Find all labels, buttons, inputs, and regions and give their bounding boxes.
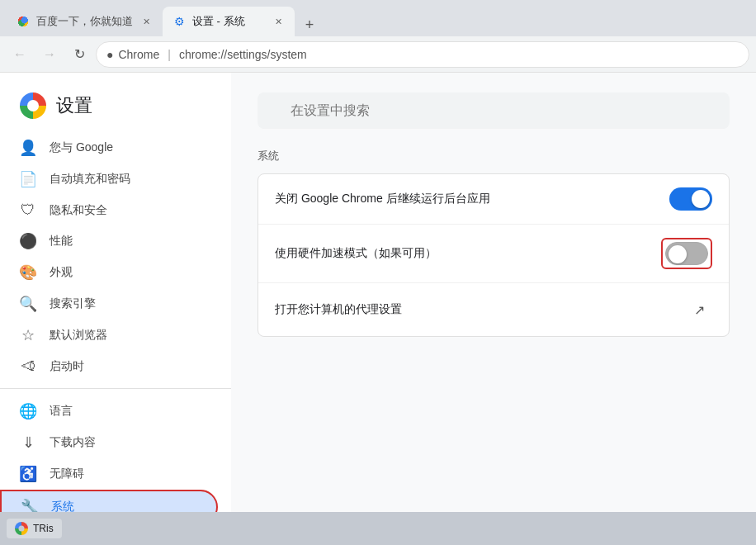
power-icon: ⏿ <box>20 358 36 375</box>
forward-button[interactable]: → <box>36 41 63 68</box>
hardware-toggle[interactable] <box>665 242 708 265</box>
baidu-favicon <box>17 15 30 28</box>
autofill-icon: 📄 <box>20 170 36 188</box>
sidebar-label-appearance: 外观 <box>50 265 73 280</box>
sidebar-item-downloads[interactable]: ⇓ 下载内容 <box>0 427 218 458</box>
tab-baidu-label: 百度一下，你就知道 <box>36 14 133 29</box>
taskbar-chrome-logo <box>15 522 28 535</box>
brush-icon: 🎨 <box>20 263 36 282</box>
hardware-label: 使用硬件加速模式（如果可用） <box>275 246 437 261</box>
refresh-button[interactable]: ↻ <box>66 41 92 68</box>
hardware-toggle-thumb <box>669 245 687 263</box>
sidebar-item-autofill[interactable]: 📄 自动填充和密码 <box>0 164 218 195</box>
settings-header: 设置 <box>0 86 231 132</box>
sidebar-label-privacy: 隐私和安全 <box>50 203 107 218</box>
sidebar-item-accessibility[interactable]: ♿ 无障碍 <box>0 458 218 490</box>
settings-card: 关闭 Google Chrome 后继续运行后台应用 使用硬件加速模式（如果可用… <box>258 173 730 337</box>
sidebar-item-language[interactable]: 🌐 语言 <box>0 396 218 427</box>
sidebar-label-downloads: 下载内容 <box>50 435 96 450</box>
section-title: 系统 <box>258 149 730 164</box>
browser-frame: 百度一下，你就知道 ✕ ⚙ 设置 - 系统 ✕ + ← → ↻ ● Chrome… <box>0 0 756 545</box>
hardware-toggle-wrapper <box>661 238 712 269</box>
person-icon: 👤 <box>20 139 36 157</box>
tab-baidu-close[interactable]: ✕ <box>139 15 153 28</box>
accessibility-icon: ♿ <box>20 465 36 483</box>
sidebar-label-autofill: 自动填充和密码 <box>50 172 130 187</box>
download-icon: ⇓ <box>20 434 36 452</box>
tab-settings-label: 设置 - 系统 <box>192 14 245 29</box>
chrome-logo <box>20 92 46 119</box>
proxy-external-link[interactable]: ↗ <box>686 296 712 323</box>
taskbar-label: TRis <box>33 523 54 534</box>
shield-icon: 🛡 <box>20 201 36 219</box>
tab-baidu[interactable]: 百度一下，你就知道 ✕ <box>7 7 163 36</box>
sidebar: 设置 👤 您与 Google 📄 自动填充和密码 🛡 隐私和安全 ⚫ 性能 🎨 … <box>0 73 231 545</box>
address-brand: Chrome <box>118 48 159 61</box>
sidebar-label-language: 语言 <box>50 404 73 419</box>
nav-bar: ← → ↻ ● Chrome | chrome://settings/syste… <box>0 36 756 73</box>
sidebar-item-startup[interactable]: ⏿ 启动时 <box>0 351 218 382</box>
taskbar: TRis <box>0 512 756 545</box>
address-url: chrome://settings/system <box>179 48 307 61</box>
proxy-label: 打开您计算机的代理设置 <box>275 302 402 317</box>
address-separator: | <box>168 48 171 61</box>
background-label: 关闭 Google Chrome 后继续运行后台应用 <box>275 192 490 206</box>
background-toggle-thumb <box>692 190 710 208</box>
search-wrapper: 🔍 <box>258 92 730 129</box>
sidebar-label-browser: 默认浏览器 <box>50 328 107 343</box>
sidebar-item-performance[interactable]: ⚫ 性能 <box>0 225 218 257</box>
sidebar-label-performance: 性能 <box>50 234 73 249</box>
tab-settings[interactable]: ⚙ 设置 - 系统 ✕ <box>163 7 295 36</box>
taskbar-chrome-item[interactable]: TRis <box>7 519 62 538</box>
new-tab-button[interactable]: + <box>298 13 321 36</box>
tab-settings-close[interactable]: ✕ <box>272 15 285 28</box>
site-security-icon: ● <box>106 48 113 61</box>
settings-row-hardware: 使用硬件加速模式（如果可用） <box>258 225 729 283</box>
back-button[interactable]: ← <box>7 41 33 68</box>
divider-1 <box>0 388 231 389</box>
search-input[interactable] <box>258 92 730 129</box>
settings-row-proxy: 打开您计算机的代理设置 ↗ <box>258 283 729 336</box>
search-nav-icon: 🔍 <box>20 295 36 313</box>
default-browser-icon: ☆ <box>20 326 36 344</box>
sidebar-item-google[interactable]: 👤 您与 Google <box>0 132 218 164</box>
address-bar[interactable]: ● Chrome | chrome://settings/system <box>96 41 749 68</box>
page-content: 设置 👤 您与 Google 📄 自动填充和密码 🛡 隐私和安全 ⚫ 性能 🎨 … <box>0 73 756 545</box>
sidebar-item-search[interactable]: 🔍 搜索引擎 <box>0 288 218 320</box>
settings-row-background: 关闭 Google Chrome 后继续运行后台应用 <box>258 174 729 225</box>
sidebar-item-appearance[interactable]: 🎨 外观 <box>0 257 218 288</box>
settings-title: 设置 <box>56 93 92 118</box>
sidebar-label-startup: 启动时 <box>50 359 84 374</box>
gauge-icon: ⚫ <box>20 232 36 250</box>
background-toggle[interactable] <box>669 187 712 211</box>
main-content: 🔍 系统 关闭 Google Chrome 后继续运行后台应用 使用硬件加速模式… <box>231 73 756 545</box>
sidebar-label-search: 搜索引擎 <box>50 296 96 311</box>
sidebar-label-accessibility: 无障碍 <box>50 467 84 481</box>
sidebar-label-google: 您与 Google <box>50 140 113 155</box>
external-link-icon: ↗ <box>694 302 705 318</box>
sidebar-item-browser[interactable]: ☆ 默认浏览器 <box>0 320 218 351</box>
tab-bar: 百度一下，你就知道 ✕ ⚙ 设置 - 系统 ✕ + <box>0 0 756 36</box>
settings-favicon: ⚙ <box>172 15 186 28</box>
globe-icon: 🌐 <box>20 402 36 420</box>
sidebar-item-privacy[interactable]: 🛡 隐私和安全 <box>0 195 218 225</box>
